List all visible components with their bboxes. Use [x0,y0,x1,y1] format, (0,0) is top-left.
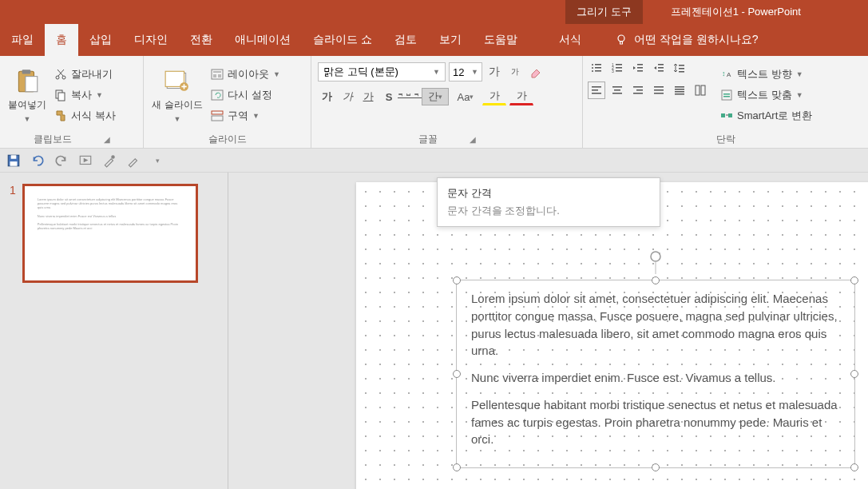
bold-button[interactable]: 가 [318,88,335,105]
font-name-dropdown[interactable]: 맑은 고딕 (본문) ▼ [318,62,446,82]
chevron-down-icon: ▾ [156,157,160,165]
resize-handle-tm[interactable] [652,276,660,284]
columns-button[interactable] [692,82,709,99]
text-direction-icon: ↕A [720,68,733,81]
font-size-dropdown[interactable]: 12 ▼ [449,62,482,82]
svg-text:A: A [727,71,731,78]
svg-rect-39 [679,71,684,73]
new-slide-button[interactable]: 새 슬라이드 ▼ [149,59,206,131]
highlight-color-button[interactable]: 가 [482,88,506,105]
svg-rect-24 [595,70,601,72]
customize-qat-button[interactable]: ▾ [150,153,164,168]
copy-button[interactable]: 복사 ▼ [54,86,116,104]
tooltip-description: 문자 간격을 조정합니다. [447,204,650,218]
increase-font-button[interactable]: 가 [486,63,503,81]
format-painter-button[interactable]: 서식 복사 [54,107,116,125]
reset-button[interactable]: 다시 설정 [211,86,280,104]
svg-rect-32 [637,67,643,69]
resize-handle-tl[interactable] [453,276,461,284]
undo-button[interactable] [30,153,45,168]
resize-handle-tr[interactable] [850,276,858,284]
font-color-button[interactable]: 가 [509,88,533,105]
tab-transitions[interactable]: 전환 [179,24,224,56]
align-right-icon [632,84,644,97]
decrease-font-button[interactable]: 가 [506,63,524,81]
rotate-handle[interactable] [648,250,664,279]
align-center-button[interactable] [608,82,626,99]
drawing-tools-tab[interactable]: 그리기 도구 [565,0,643,24]
svg-point-70 [651,252,660,261]
underline-button[interactable]: 가 [359,88,377,105]
svg-rect-4 [26,76,38,91]
line-spacing-button[interactable] [671,59,688,77]
strikethrough-button[interactable]: ᄏᄇᄏ [401,88,418,105]
tell-me-search[interactable]: 어떤 작업을 원하시나요? [615,33,759,47]
undo-icon [30,153,45,168]
tab-file[interactable]: 파일 [0,24,45,56]
slide-edit-area[interactable]: 문자 간격 문자 간격을 조정합니다. Lorem ipsum dolor si… [228,173,868,489]
cut-button[interactable]: 잘라내기 [54,66,116,83]
text-box[interactable]: Lorem ipsum dolor sit amet, consectetuer… [456,280,855,468]
text-paragraph-3[interactable]: Pellentesque habitant morbi tristique se… [471,396,840,448]
resize-handle-bl[interactable] [453,463,461,471]
dialog-launcher-icon[interactable]: ◢ [104,135,110,144]
svg-rect-53 [675,89,684,90]
numbering-button[interactable]: 123 [608,59,626,77]
tab-slideshow[interactable]: 슬라이드 쇼 [302,24,383,56]
start-from-beginning-button[interactable] [78,153,93,168]
eraser-icon [529,66,542,78]
resize-handle-br[interactable] [850,463,858,471]
resize-handle-mr[interactable] [850,370,858,378]
svg-rect-64 [728,113,732,117]
eyedropper-2-button[interactable] [126,153,141,168]
section-button[interactable]: 구역 ▼ [211,107,280,125]
tab-insert[interactable]: 삽입 [78,24,123,56]
tab-animations[interactable]: 애니메이션 [224,24,302,56]
svg-rect-31 [637,64,643,66]
paste-button[interactable]: 붙여넣기 ▼ [5,59,50,131]
clear-formatting-button[interactable] [527,63,545,81]
bullets-button[interactable] [588,59,605,77]
svg-rect-1 [620,42,622,44]
svg-point-6 [62,76,65,79]
resize-handle-ml[interactable] [453,370,461,378]
reset-label: 다시 설정 [228,88,272,102]
slide-canvas[interactable]: Lorem ipsum dolor sit amet, consectetuer… [356,182,868,489]
italic-button[interactable]: 가 [339,88,356,105]
tooltip-title: 문자 간격 [447,186,650,201]
tab-format[interactable]: 서식 [548,24,593,56]
svg-rect-45 [612,93,622,94]
text-paragraph-1[interactable]: Lorem ipsum dolor sit amet, consectetuer… [471,290,840,360]
smartart-button[interactable]: SmartArt로 변환 [720,107,812,125]
save-button[interactable] [6,153,21,168]
tab-review[interactable]: 검토 [383,24,428,56]
eyedropper-button[interactable] [102,153,117,168]
text-direction-button[interactable]: ↕A 텍스트 방향 ▼ [720,66,812,83]
resize-handle-bm[interactable] [652,463,660,471]
section-icon [211,109,224,122]
paste-label: 붙여넣기 [8,98,46,112]
align-text-button[interactable]: 텍스트 맞춤 ▼ [720,86,812,104]
justify-button[interactable] [650,82,668,99]
tab-home[interactable]: 홈 [45,24,78,56]
change-case-button[interactable]: Aa ▾ [452,88,479,105]
svg-rect-43 [612,86,622,88]
svg-rect-56 [696,85,700,95]
align-right-button[interactable] [629,82,647,99]
layout-button[interactable]: 레이아웃 ▼ [211,66,280,83]
align-left-button[interactable] [588,82,605,99]
shadow-button[interactable]: S [380,88,398,105]
rotate-icon [648,250,664,274]
increase-indent-button[interactable] [650,59,668,77]
redo-button[interactable] [54,153,69,168]
text-paragraph-2[interactable]: Nunc viverra imperdiet enim. Fusce est. … [471,369,840,387]
dialog-launcher-icon[interactable]: ◢ [470,135,476,144]
tab-view[interactable]: 보기 [428,24,473,56]
character-spacing-button[interactable]: 간▾ [422,88,449,105]
slide-thumbnail-1[interactable]: Lorem ipsum dolor sit amet consectetuer … [22,184,198,283]
tab-design[interactable]: 디자인 [123,24,179,56]
chevron-down-icon: ▼ [174,115,181,123]
tab-help[interactable]: 도움말 [473,24,529,56]
decrease-indent-button[interactable] [629,59,647,77]
distribute-button[interactable] [671,82,688,99]
